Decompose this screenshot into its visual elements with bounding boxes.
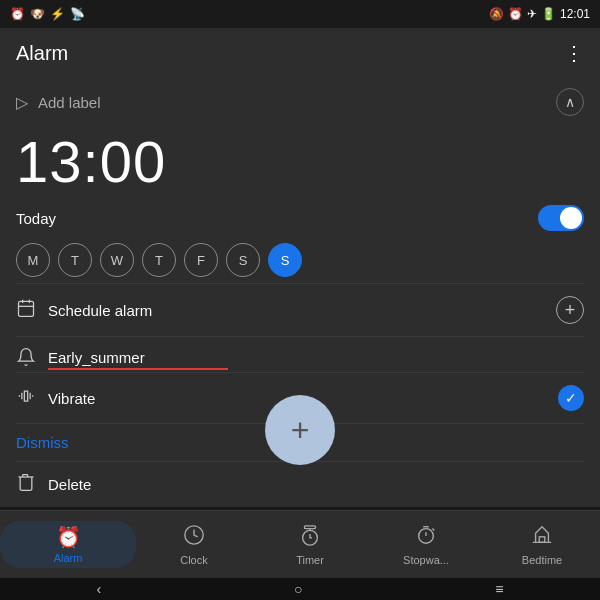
plus-icon: + — [565, 300, 576, 321]
alarm-name-row — [16, 336, 584, 372]
nav-clock-label: Clock — [180, 554, 208, 566]
app-title: Alarm — [16, 42, 68, 65]
nav-bedtime[interactable]: Bedtime — [484, 524, 600, 566]
add-label-text: Add label — [38, 94, 101, 111]
vibrate-label: Vibrate — [48, 390, 95, 407]
collapse-button[interactable]: ∧ — [556, 88, 584, 116]
nav-stopwatch-icon — [415, 524, 437, 551]
nav-timer-icon — [299, 524, 321, 551]
day-sunday[interactable]: S — [268, 243, 302, 277]
status-bar: ⏰ 🐶 ⚡ 📡 🔕 ⏰ ✈ 🔋 12:01 — [0, 0, 600, 28]
fab-button[interactable]: + — [265, 395, 335, 465]
back-button[interactable]: ‹ — [96, 581, 101, 597]
nav-stopwatch[interactable]: Stopwa... — [368, 524, 484, 566]
day-wednesday[interactable]: W — [100, 243, 134, 277]
app-bar: Alarm ⋮ — [0, 28, 600, 78]
schedule-alarm-left: Schedule alarm — [16, 298, 152, 323]
day-friday[interactable]: F — [184, 243, 218, 277]
status-time: 12:01 — [560, 7, 590, 21]
toggle-thumb — [560, 207, 582, 229]
svg-rect-9 — [539, 536, 545, 542]
recents-button[interactable]: ≡ — [495, 581, 503, 597]
nav-bedtime-icon — [531, 524, 553, 551]
overflow-menu-button[interactable]: ⋮ — [564, 41, 584, 65]
time-display[interactable]: 13:00 — [16, 122, 584, 199]
day-thursday[interactable]: T — [142, 243, 176, 277]
day-tuesday[interactable]: T — [58, 243, 92, 277]
alarm-name-input[interactable] — [48, 349, 228, 370]
day-monday[interactable]: M — [16, 243, 50, 277]
today-row: Today — [16, 199, 584, 237]
add-schedule-button[interactable]: + — [556, 296, 584, 324]
days-row: M T W T F S S — [16, 237, 584, 283]
vibrate-left: Vibrate — [16, 386, 95, 411]
today-label: Today — [16, 210, 56, 227]
fab-plus-icon: + — [291, 412, 310, 449]
day-saturday[interactable]: S — [226, 243, 260, 277]
clock-status-icon: ⏰ — [508, 7, 523, 21]
nav-bedtime-label: Bedtime — [522, 554, 562, 566]
svg-rect-0 — [19, 301, 34, 316]
svg-line-8 — [432, 528, 434, 530]
vibrate-icon — [16, 386, 36, 411]
status-left-icons: ⏰ 🐶 ⚡ 📡 — [10, 7, 85, 21]
battery-status-icon: 🔋 — [541, 7, 556, 21]
schedule-icon — [16, 298, 36, 323]
nav-timer-label: Timer — [296, 554, 324, 566]
label-icon: ▷ — [16, 93, 28, 112]
delete-row[interactable]: Delete — [16, 461, 584, 507]
nav-timer[interactable]: Timer — [252, 524, 368, 566]
mute-status-icon: 🔕 — [489, 7, 504, 21]
schedule-alarm-row[interactable]: Schedule alarm + — [16, 283, 584, 336]
home-button[interactable]: ○ — [294, 581, 302, 597]
vibrate-checkmark: ✓ — [558, 385, 584, 411]
cast-status-icon: 📡 — [70, 7, 85, 21]
android-system-bar: ‹ ○ ≡ — [0, 578, 600, 600]
chevron-up-icon: ∧ — [565, 94, 575, 110]
delete-icon — [16, 472, 36, 497]
airplane-status-icon: ✈ — [527, 7, 537, 21]
nav-alarm[interactable]: ⏰ Alarm — [0, 521, 136, 568]
svg-rect-5 — [305, 525, 316, 528]
bottom-nav: ⏰ Alarm Clock Timer — [0, 510, 600, 578]
alarm-bell-icon — [16, 347, 36, 372]
add-label-left: ▷ Add label — [16, 93, 101, 112]
delete-label: Delete — [48, 476, 91, 493]
nav-alarm-icon: ⏰ — [56, 525, 81, 549]
dismiss-button[interactable]: Dismiss — [16, 434, 69, 451]
usb-status-icon: ⚡ — [50, 7, 65, 21]
nav-clock[interactable]: Clock — [136, 524, 252, 566]
media-status-icon: 🐶 — [30, 7, 45, 21]
alarm-status-icon: ⏰ — [10, 7, 25, 21]
today-toggle[interactable] — [538, 205, 584, 231]
nav-stopwatch-label: Stopwa... — [403, 554, 449, 566]
schedule-alarm-label: Schedule alarm — [48, 302, 152, 319]
nav-alarm-label: Alarm — [54, 552, 83, 564]
status-right-icons: 🔕 ⏰ ✈ 🔋 12:01 — [489, 7, 590, 21]
add-label-row[interactable]: ▷ Add label ∧ — [16, 78, 584, 122]
nav-clock-icon — [183, 524, 205, 551]
